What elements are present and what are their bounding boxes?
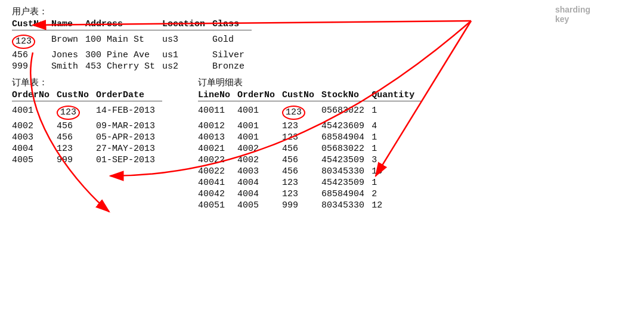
users-table-title: 用户表：	[12, 6, 632, 17]
orders-table-row: 400245609-MAR-2013	[12, 120, 162, 132]
od-custno-cell: 123	[282, 132, 321, 143]
users-class-cell: Silver	[212, 49, 252, 61]
orders-date-cell: 27-MAY-2013	[96, 143, 162, 154]
users-location-cell: us3	[162, 34, 212, 49]
orders-orderno-cell: 4002	[12, 120, 57, 132]
users-name-cell: Brown	[51, 34, 85, 49]
od-lineno-cell: 40051	[198, 200, 237, 211]
users-table-row: 456Jones300 Pine Aveus1Silver	[12, 49, 252, 61]
users-table-row: 999Smith453 Cherry Stus2Bronze	[12, 61, 252, 72]
od-quantity-cell: 4	[371, 120, 422, 132]
od-lineno-cell: 40022	[198, 166, 237, 177]
orders-col-orderno: OrderNo	[12, 89, 57, 101]
orders-custno-cell: 456	[57, 120, 96, 132]
od-stockno-cell: 80345330	[321, 166, 371, 177]
users-location-cell: us1	[162, 49, 212, 61]
od-lineno-cell: 40022	[198, 154, 237, 166]
sharding-key-label: shardingkey	[555, 5, 590, 24]
orders-table-title: 订单表：	[12, 77, 162, 88]
users-address-cell: 100 Main St	[85, 34, 162, 49]
users-table-section: 用户表： CustNo Name Address Location Class …	[12, 6, 632, 72]
od-lineno-cell: 40013	[198, 132, 237, 143]
od-table-row: 400214002456056830221	[198, 143, 422, 154]
od-table-row: 400414004123454235091	[198, 177, 422, 188]
circled-custno: 123	[57, 106, 80, 120]
users-col-custno: CustNo	[12, 18, 51, 30]
circled-custno: 123	[282, 106, 305, 120]
od-custno-cell: 123	[282, 188, 321, 200]
od-col-orderno: OrderNo	[237, 89, 282, 101]
orderdetails-table-body: 4001140011230568302214001240011234542360…	[198, 105, 422, 211]
users-col-location: Location	[162, 18, 212, 30]
users-class-cell: Bronze	[212, 61, 252, 72]
od-col-custno: CustNo	[282, 89, 321, 101]
orders-col-custno: CustNo	[57, 89, 96, 101]
od-table-row: 400114001123056830221	[198, 105, 422, 120]
orders-table-body: 400112314-FEB-2013400245609-MAR-20134003…	[12, 105, 162, 166]
od-col-quantity: Quantity	[371, 89, 422, 101]
od-orderno-cell: 4005	[237, 200, 282, 211]
orders-custno-cell: 456	[57, 132, 96, 143]
circled-custno: 123	[12, 35, 35, 49]
od-custno-cell: 456	[282, 166, 321, 177]
orders-date-cell: 05-APR-2013	[96, 132, 162, 143]
od-table-row: 400124001123454236094	[198, 120, 422, 132]
bottom-section: 订单表： OrderNo CustNo OrderDate ----------…	[12, 77, 632, 213]
od-lineno-cell: 40042	[198, 188, 237, 200]
od-custno-cell: 999	[282, 200, 321, 211]
od-quantity-cell: 1	[371, 177, 422, 188]
od-stockno-cell: 80345330	[321, 200, 371, 211]
orders-col-orderdate: OrderDate	[96, 89, 162, 101]
od-stockno-cell: 45423509	[321, 154, 371, 166]
orders-orderno-cell: 4005	[12, 154, 57, 166]
orders-orderno-cell: 4004	[12, 143, 57, 154]
od-lineno-cell: 40041	[198, 177, 237, 188]
od-orderno-cell: 4002	[237, 143, 282, 154]
od-table-row: 400424004123685849042	[198, 188, 422, 200]
od-quantity-cell: 1	[371, 105, 422, 120]
od-quantity-cell: 12	[371, 200, 422, 211]
orders-date-cell: 09-MAR-2013	[96, 120, 162, 132]
orders-custno-cell: 999	[57, 154, 96, 166]
orderdetails-table-title: 订单明细表	[198, 77, 422, 88]
od-custno-cell: 123	[282, 177, 321, 188]
users-name-cell: Jones	[51, 49, 85, 61]
od-stockno-cell: 05683022	[321, 105, 371, 120]
od-stockno-cell: 45423509	[321, 177, 371, 188]
main-container: shardingkey 用户表： CustNo Name Address Loc…	[0, 0, 644, 219]
users-table: CustNo Name Address Location Class -----…	[12, 18, 252, 72]
users-location-cell: us2	[162, 61, 212, 72]
users-table-header: CustNo Name Address Location Class	[12, 18, 252, 30]
orders-orderno-cell: 4003	[12, 132, 57, 143]
od-orderno-cell: 4003	[237, 166, 282, 177]
orderdetails-table-section: 订单明细表 LineNo OrderNo CustNo StockNo Quan…	[198, 77, 422, 213]
od-stockno-cell: 45423609	[321, 120, 371, 132]
od-custno-cell: 123	[282, 105, 321, 120]
users-col-address: Address	[85, 18, 162, 30]
users-table-row: 123Brown100 Main Stus3Gold	[12, 34, 252, 49]
orders-table: OrderNo CustNo OrderDate ---------------…	[12, 89, 162, 166]
od-quantity-cell: 2	[371, 188, 422, 200]
od-custno-cell: 123	[282, 120, 321, 132]
od-quantity-cell: 3	[371, 154, 422, 166]
users-custno-cell: 999	[12, 61, 51, 72]
od-quantity-cell: 1	[371, 143, 422, 154]
orders-table-row: 400345605-APR-2013	[12, 132, 162, 143]
od-custno-cell: 456	[282, 154, 321, 166]
users-custno-cell: 123	[12, 34, 51, 49]
od-orderno-cell: 4001	[237, 120, 282, 132]
od-orderno-cell: 4004	[237, 177, 282, 188]
od-stockno-cell: 68584904	[321, 188, 371, 200]
od-col-stockno: StockNo	[321, 89, 371, 101]
users-name-cell: Smith	[51, 61, 85, 72]
od-orderno-cell: 4002	[237, 154, 282, 166]
users-table-body: 123Brown100 Main Stus3Gold456Jones300 Pi…	[12, 34, 252, 72]
users-col-class: Class	[212, 18, 252, 30]
orders-custno-cell: 123	[57, 105, 96, 120]
od-lineno-cell: 40021	[198, 143, 237, 154]
users-class-cell: Gold	[212, 34, 252, 49]
users-address-cell: 453 Cherry St	[85, 61, 162, 72]
orders-date-cell: 14-FEB-2013	[96, 105, 162, 120]
orders-table-row: 400112314-FEB-2013	[12, 105, 162, 120]
orders-date-cell: 01-SEP-2013	[96, 154, 162, 166]
